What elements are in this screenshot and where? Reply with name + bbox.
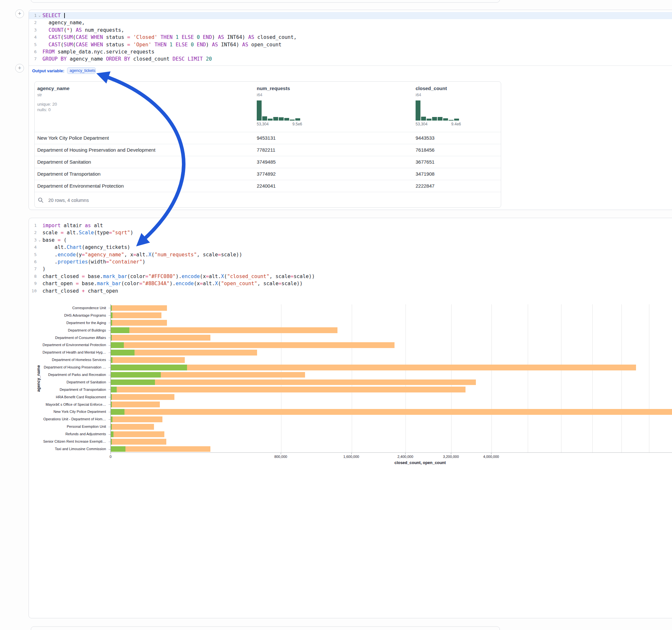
x-axis-tick	[451, 453, 451, 454]
code-line[interactable]: 2scale = alt.Scale(type="sqrt")	[29, 229, 672, 236]
next-cell-edge	[31, 626, 500, 630]
fold-spacer	[37, 251, 43, 258]
table-cell: 3774892	[254, 168, 413, 180]
search-icon[interactable]	[38, 197, 44, 203]
table-cell: Department of Housing Preservation and D…	[35, 144, 254, 156]
code-line[interactable]: 1import altair as alt	[29, 222, 672, 229]
y-axis-labels: Correspondence UnitDHS Advantage Program…	[29, 304, 108, 453]
y-axis-label: Operations Unit - Department of Hom…	[29, 415, 108, 423]
code-line[interactable]: 8chart_closed = base.mark_bar(color="#FF…	[29, 273, 672, 280]
table-cell: 7782211	[254, 144, 413, 156]
code-line[interactable]: 7GROUP BY agency_name ORDER BY closed_co…	[29, 55, 672, 63]
python-cell: 1import altair as alt2scale = alt.Scale(…	[28, 218, 672, 618]
table-cell: Department of Environmental Protection	[35, 180, 254, 192]
code-line[interactable]: 4 CAST(SUM(CASE WHEN status = 'Closed' T…	[29, 34, 672, 41]
y-axis-label: Department of Homeless Services	[29, 356, 108, 364]
y-axis-label: New York City Police Department	[29, 408, 108, 415]
y-axis-label: Correspondence Unit	[29, 304, 108, 312]
x-axis-tick	[405, 453, 406, 454]
y-axis-tick	[109, 412, 111, 412]
code-line[interactable]: 5 CAST(SUM(CASE WHEN status = 'Open' THE…	[29, 41, 672, 48]
y-axis-label: Senior Citizen Rent Increase Exempti…	[29, 438, 108, 445]
gridline	[621, 304, 622, 453]
notebook-canvas: + + 1⌄SELECT 2 agency_name,3 COUNT(*) AS…	[0, 0, 672, 630]
code-line[interactable]: 2 agency_name,	[29, 19, 672, 26]
bar-open-count	[111, 350, 135, 356]
fold-spacer	[37, 55, 43, 63]
code-text: .encode(y="agency_name", x=alt.X("num_re…	[43, 251, 242, 258]
code-line[interactable]: 5 .encode(y="agency_name", x=alt.X("num_…	[29, 251, 672, 258]
code-text: FROM sample_data.nyc.service_requests	[43, 48, 154, 55]
histogram-bar	[279, 117, 284, 121]
column-header[interactable]: closed_counti6453,3049.4e6	[413, 82, 501, 132]
fold-chevron-icon[interactable]: ⌄	[37, 237, 43, 244]
fold-spacer	[37, 27, 43, 34]
bar-open-count	[111, 312, 113, 318]
line-number: 6	[29, 48, 37, 55]
output-variable-row: Output variable: agency_tickets	[32, 67, 96, 75]
sql-code-editor[interactable]: 1⌄SELECT 2 agency_name,3 COUNT(*) AS num…	[29, 10, 672, 63]
column-histogram	[415, 100, 461, 121]
y-axis-label: Taxi and Limousine Commission	[29, 445, 108, 453]
fold-spacer	[37, 258, 43, 265]
y-axis-label: Department of Sanitation	[29, 379, 108, 386]
histogram-range: 53,3049.5e6	[257, 122, 302, 126]
column-header[interactable]: agency_namestrunique: 20nulls: 0	[35, 82, 254, 132]
code-line[interactable]: 3⌄base = (	[29, 237, 672, 244]
output-variable-chip[interactable]: agency_tickets	[67, 67, 96, 74]
bar-open-count	[111, 357, 113, 363]
code-line[interactable]: 6FROM sample_data.nyc.service_requests	[29, 48, 672, 55]
add-cell-button[interactable]: +	[15, 9, 24, 18]
code-text: COUNT(*) AS num_requests,	[43, 27, 124, 34]
code-text: import altair as alt	[43, 222, 103, 229]
y-axis-tick	[109, 338, 111, 338]
table-header-row: agency_namestrunique: 20nulls: 0num_requ…	[35, 82, 501, 132]
column-header[interactable]: num_requestsi6453,3049.5e6	[254, 82, 413, 132]
y-axis-tick	[109, 330, 111, 331]
fold-spacer	[37, 280, 43, 287]
bar-open-count	[111, 335, 112, 341]
bar-open-count	[111, 424, 112, 430]
code-text: agency_name,	[43, 19, 85, 26]
fold-spacer	[37, 287, 43, 295]
bar-open-count	[111, 305, 112, 311]
y-axis-tick	[109, 360, 111, 360]
bar-closed-count	[111, 402, 160, 407]
text-cursor	[64, 13, 65, 18]
bar-open-count	[111, 439, 112, 445]
code-text: chart_closed + chart_open	[43, 287, 118, 295]
code-line[interactable]: 1⌄SELECT	[29, 12, 672, 19]
code-text: chart_open = base.mark_bar(color="#8BC34…	[43, 280, 303, 287]
table-cell: 2222847	[413, 180, 501, 192]
histogram-bar	[290, 120, 295, 121]
fold-spacer	[37, 19, 43, 26]
table-row: New York City Police Department945313194…	[35, 132, 501, 144]
code-line[interactable]: 3 COUNT(*) AS num_requests,	[29, 27, 672, 34]
line-number: 7	[29, 265, 37, 272]
python-code-editor[interactable]: 1import altair as alt2scale = alt.Scale(…	[29, 218, 672, 295]
code-line[interactable]: 9chart_open = base.mark_bar(color="#8BC3…	[29, 280, 672, 287]
gridline	[528, 304, 528, 453]
code-text: GROUP BY agency_name ORDER BY closed_cou…	[43, 55, 212, 63]
bar-closed-count	[111, 439, 166, 445]
gridline	[406, 304, 406, 453]
histogram-range: 53,3049.4e6	[415, 122, 461, 126]
gridline	[592, 304, 593, 453]
y-axis-label: Department of Consumer Affairs	[29, 334, 108, 342]
bar-open-count	[111, 387, 117, 392]
table-row: Department of Transportation377489234719…	[35, 168, 501, 180]
fold-chevron-icon[interactable]: ⌄	[37, 12, 43, 19]
code-line[interactable]: 10chart_closed + chart_open	[29, 287, 672, 295]
line-number: 10	[29, 287, 37, 295]
histogram-bar	[257, 100, 262, 121]
code-line[interactable]: 7)	[29, 265, 672, 272]
code-line[interactable]: 6 .properties(width="container")	[29, 258, 672, 265]
y-axis-label: HRA Benefit Card Replacement	[29, 393, 108, 401]
histogram-bar	[427, 119, 431, 121]
fold-spacer	[37, 265, 43, 272]
output-variable-label: Output variable:	[32, 68, 65, 73]
add-cell-button[interactable]: +	[15, 64, 24, 73]
code-line[interactable]: 4 alt.Chart(agency_tickets)	[29, 244, 672, 251]
plus-icon: +	[18, 10, 21, 17]
x-axis-label: 2,400,000	[398, 455, 413, 459]
